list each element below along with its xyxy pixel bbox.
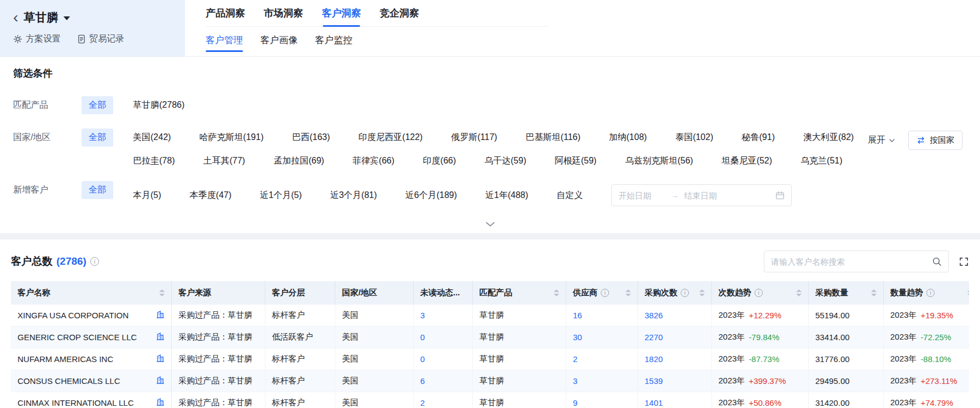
country-filter-option[interactable]: 菲律宾(66) [352,155,394,167]
country-filter-option[interactable]: 乌克兰(51) [801,155,842,167]
time-filter-option[interactable]: 本季度(47) [190,190,231,201]
country-filter-option[interactable]: 巴西(163) [292,132,330,143]
cell-text: 采购过产品：草甘膦 [178,310,252,320]
product-all-chip[interactable]: 全部 [82,96,113,114]
purchase-count-link[interactable]: 1820 [645,354,663,364]
company-icon[interactable] [156,354,165,364]
unread-count-link[interactable]: 6 [420,376,425,386]
supplier-count-link[interactable]: 3 [573,376,577,386]
supplier-count-link[interactable]: 30 [573,333,582,342]
sub-tabs: 客户管理客户画像客户监控 [206,34,980,53]
expand-toggle[interactable]: 展开 [868,135,895,146]
country-filter-option[interactable]: 乌干达(59) [484,155,526,167]
product-filter-option[interactable]: 草甘膦(2786) [133,100,184,111]
cell-text: 草甘膦 [479,398,504,408]
country-all-chip[interactable]: 全部 [82,129,113,147]
search-input[interactable] [771,257,932,266]
time-filter-option[interactable]: 本月(5) [133,190,161,201]
fullscreen-icon[interactable] [959,257,969,267]
sort-icon[interactable] [967,289,969,296]
country-filter-option[interactable]: 阿根廷(59) [555,155,596,167]
country-filter-option[interactable]: 巴基斯坦(116) [526,132,581,143]
purchase-count-link[interactable]: 2270 [645,333,663,342]
country-filter-option[interactable]: 印度(66) [423,155,456,167]
purchase-count-link[interactable]: 3826 [645,311,663,320]
main-tab[interactable]: 市场洞察 [264,7,303,26]
unread-count-link[interactable]: 3 [420,311,425,320]
customer-name: NUFARM AMERICAS INC [18,354,113,364]
sub-tab[interactable]: 客户管理 [206,34,243,53]
back-button[interactable]: ‹ [13,11,18,24]
arrow-right-icon: → [671,191,679,200]
cell-count_trend: 2023年+12.29% [712,305,809,326]
main-tab[interactable]: 竞企洞察 [380,7,419,26]
sort-icon[interactable] [796,289,802,296]
unread-count-link[interactable]: 2 [420,398,425,407]
country-filter-option[interactable]: 土耳其(77) [203,155,245,167]
sort-desc-icon [871,294,877,296]
sort-icon[interactable] [871,289,877,296]
company-icon[interactable] [156,310,165,320]
search-icon[interactable] [932,257,942,266]
new-customer-all-chip[interactable]: 全部 [82,181,113,199]
main-tab[interactable]: 产品洞察 [206,7,245,26]
unread-count-link[interactable]: 0 [420,333,425,342]
country-filter-option[interactable]: 秘鲁(91) [742,132,775,143]
purchase-count-link[interactable]: 1401 [645,398,663,407]
sort-asc-icon [796,289,802,292]
end-date-input[interactable] [684,191,731,200]
start-date-input[interactable] [618,191,665,200]
supplier-count-link[interactable]: 9 [573,398,577,407]
chevron-down-icon [63,16,70,20]
country-filter-option[interactable]: 哈萨克斯坦(191) [199,132,263,143]
trend-value: +273.11% [920,376,957,386]
country-filter-option[interactable]: 巴拉圭(78) [133,155,175,167]
cell-product: 草甘膦 [473,327,566,348]
time-filter-option[interactable]: 近1年(488) [485,190,528,201]
by-country-button[interactable]: 按国家 [908,131,962,150]
column-header-name[interactable]: 客户名称 [11,281,172,305]
column-header-purchases[interactable]: 采购次数i [638,281,712,305]
sub-tab[interactable]: 客户监控 [315,34,352,53]
purchase-count-link[interactable]: 1539 [645,376,663,386]
time-filter-option[interactable]: 近6个月(189) [405,190,457,201]
column-header-count_trend[interactable]: 次数趋势i [712,281,809,305]
company-icon[interactable] [156,398,165,408]
column-header-product[interactable]: 匹配产品 [473,281,566,305]
sub-tab[interactable]: 客户画像 [260,34,298,53]
collapse-filters-button[interactable] [485,222,496,228]
trade-records-link[interactable]: 贸易记录 [77,33,124,45]
country-filter-option[interactable]: 美国(242) [133,132,171,143]
date-range-picker[interactable]: → [611,184,792,206]
country-filter-option[interactable]: 乌兹别克斯坦(56) [625,155,693,167]
column-header-qty_trend[interactable]: 数量趋势i [884,281,969,305]
country-filter-option[interactable]: 孟加拉国(69) [274,155,324,167]
time-filter-option[interactable]: 近1个月(5) [260,190,301,201]
country-filter-option[interactable]: 加纳(108) [609,132,647,143]
unread-count-link[interactable]: 0 [420,354,425,364]
time-filter-option[interactable]: 近3个月(81) [330,190,376,201]
trend-year: 2023年 [890,332,917,342]
custom-range-option[interactable]: 自定义 [556,190,583,201]
country-options-line2: 巴拉圭(78)土耳其(77)孟加拉国(69)菲律宾(66)印度(66)乌干达(5… [133,152,854,167]
column-header-quantity[interactable]: 采购数量 [809,281,884,305]
country-filter-option[interactable]: 俄罗斯(117) [451,132,497,143]
country-filter-option[interactable]: 印度尼西亚(122) [358,132,422,143]
country-filter-option[interactable]: 泰国(102) [675,132,713,143]
main-tab[interactable]: 客户洞察 [322,7,361,26]
column-header-suppliers[interactable]: 供应商i [566,281,638,305]
supplier-count-link[interactable]: 2 [573,354,577,364]
country-filter-option[interactable]: 澳大利亚(82) [803,132,854,143]
calendar-icon[interactable] [775,191,785,200]
product-selector[interactable]: ‹ 草甘膦 [13,10,185,25]
company-icon[interactable] [156,376,165,386]
sort-icon[interactable] [159,289,165,296]
supplier-count-link[interactable]: 16 [573,311,582,320]
company-icon[interactable] [156,332,165,342]
country-filter-option[interactable]: 坦桑尼亚(52) [722,155,772,167]
sort-asc-icon [871,289,877,292]
sort-icon[interactable] [554,289,559,296]
sort-icon[interactable] [699,289,705,296]
sort-icon[interactable] [625,289,631,296]
scheme-settings-link[interactable]: 方案设置 [13,33,61,45]
